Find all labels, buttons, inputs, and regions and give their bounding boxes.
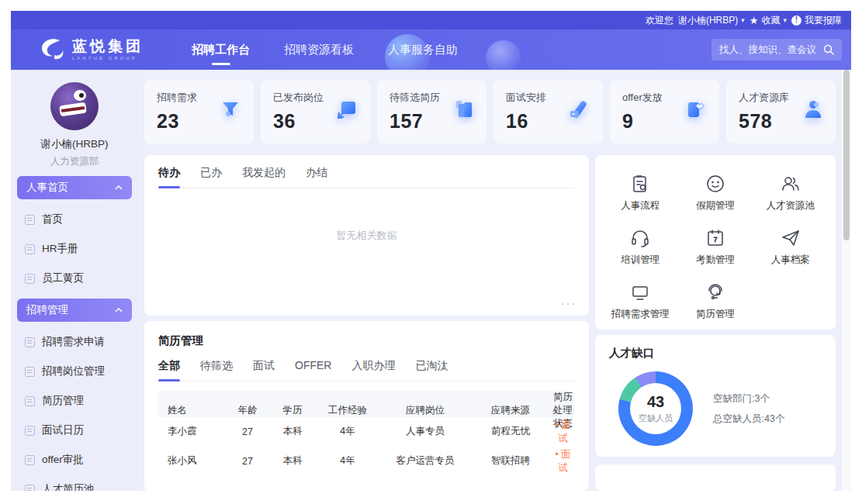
quicklink-hr-archives[interactable]: 人事档案 xyxy=(753,228,828,279)
table-row[interactable]: 李小霞 27 本科 4年 人事专员 前程无忧 面试 xyxy=(158,417,575,447)
stat-value: 23 xyxy=(157,110,197,133)
stat-card-resumes-to-screen[interactable]: 待筛选简历157 xyxy=(377,80,486,143)
favorites-label: 收藏 xyxy=(761,14,780,27)
quicklink-label: 假期管理 xyxy=(696,199,735,212)
quicklink-attendance[interactable]: 7 考勤管理 xyxy=(678,228,753,279)
stat-card-offers-sent[interactable]: offer发放9 xyxy=(610,80,719,143)
search-icon xyxy=(823,44,834,55)
status-badge: 面试 xyxy=(551,419,575,445)
quicklink-recruit-demand[interactable]: 招聘需求管理 xyxy=(603,282,678,333)
logo-swirl-icon xyxy=(39,38,65,61)
quicklink-label: 简历管理 xyxy=(696,308,735,321)
cell-position: 人事专员 xyxy=(380,425,470,438)
chevron-down-icon: ▾ xyxy=(741,16,745,24)
cell-source: 前程无忧 xyxy=(470,425,551,438)
search-placeholder: 找人、搜知识、查会议 xyxy=(719,43,816,57)
star-icon: ★ xyxy=(749,15,759,26)
yellow-pages-icon xyxy=(25,274,35,284)
sidebar-item-hr-handbook[interactable]: HR手册 xyxy=(16,234,133,264)
sidebar-item-label: 人才简历池 xyxy=(42,482,95,491)
sidebar-item-label: 员工黄页 xyxy=(42,271,84,285)
quicklink-resume-management[interactable]: 简历管理 xyxy=(678,282,753,333)
resume-tab-all[interactable]: 全部 xyxy=(158,359,180,381)
person-badge-icon xyxy=(800,97,825,122)
app-window: 欢迎您 谢小楠(HRBP) ▾ ★ 收藏 ▾ ! 我要报障 蓝悦集团 LANYU… xyxy=(11,11,851,491)
table-row[interactable]: 张小风 27 本科 4年 客户运营专员 智联招聘 面试 xyxy=(158,447,575,476)
brand-subtitle: LANYUE GROUP xyxy=(72,56,144,60)
donut-center-label: 空缺人员 xyxy=(639,413,673,424)
cell-name: 张小风 xyxy=(158,454,225,468)
offer-doc-icon xyxy=(25,455,35,465)
stat-card-published-jobs[interactable]: 已发布岗位36 xyxy=(261,80,370,143)
calendar-7-icon: 7 xyxy=(705,228,725,248)
sidebar-item-recruit-request[interactable]: 招聘需求申请 xyxy=(16,327,133,357)
chevron-down-icon: ▾ xyxy=(783,16,787,24)
scrollbar-thumb[interactable] xyxy=(843,70,850,240)
user-menu[interactable]: 谢小楠(HRBP) ▾ xyxy=(678,14,745,27)
sidebar-group-recruit[interactable]: 招聘管理 xyxy=(17,299,132,322)
sidebar-item-interview-calendar[interactable]: 面试日历 xyxy=(16,416,133,445)
cell-name: 李小霞 xyxy=(158,425,225,438)
nav-tab-hr-selfservice[interactable]: 人事服务自助 xyxy=(388,38,458,62)
calendar-icon xyxy=(25,426,35,436)
brand-logo[interactable]: 蓝悦集团 LANYUE GROUP xyxy=(11,38,144,61)
sidebar-item-home[interactable]: 首页 xyxy=(16,205,133,234)
quicklink-hr-flow[interactable]: 人事流程 xyxy=(603,174,678,225)
user-name: 谢小楠(HRBP) xyxy=(678,14,738,27)
stat-label: 面试安排 xyxy=(506,91,546,105)
schedule-flag-icon xyxy=(567,97,592,122)
resume-card-title: 简历管理 xyxy=(158,333,575,348)
stat-card-recruit-demand[interactable]: 招聘需求23 xyxy=(144,80,254,143)
todo-tab-done[interactable]: 已办 xyxy=(200,166,222,188)
stat-label: 人才资源库 xyxy=(739,91,789,105)
sidebar-group-hr-home[interactable]: 人事首页 xyxy=(17,176,132,199)
stat-value: 36 xyxy=(273,110,324,133)
sidebar-item-label: HR手册 xyxy=(42,242,78,256)
sidebar-item-offer-approval[interactable]: offer审批 xyxy=(16,445,133,475)
scrollbar-track[interactable] xyxy=(842,70,851,491)
todo-tab-pending[interactable]: 待办 xyxy=(158,166,180,188)
nav-tab-recruit-workbench[interactable]: 招聘工作台 xyxy=(192,38,250,62)
resume-tab-rejected[interactable]: 已淘汰 xyxy=(415,359,448,381)
sidebar-item-employee-directory[interactable]: 员工黄页 xyxy=(16,264,133,293)
talent-pool-icon xyxy=(25,485,35,492)
sidebar-item-talent-pool[interactable]: 人才简历池 xyxy=(16,475,133,491)
sidebar-item-job-management[interactable]: 招聘岗位管理 xyxy=(16,357,133,386)
table-header-row: 姓名 年龄 学历 工作经验 应聘岗位 应聘来源 简历处理状态 xyxy=(158,391,575,417)
resume-tab-to-screen[interactable]: 待筛选 xyxy=(200,359,233,381)
decor-sphere-2 xyxy=(486,40,521,70)
stat-label: 招聘需求 xyxy=(157,91,197,105)
resume-tab-offer[interactable]: OFFER xyxy=(295,359,331,381)
global-search-input[interactable]: 找人、搜知识、查会议 xyxy=(711,39,842,60)
people-icon xyxy=(781,174,801,194)
cell-age: 27 xyxy=(225,426,270,437)
stat-card-talent-repository[interactable]: 人才资源库578 xyxy=(726,80,836,143)
smiley-icon xyxy=(705,174,725,194)
gap-departments-line: 空缺部门:3个 xyxy=(713,388,784,409)
resume-tab-interview[interactable]: 面试 xyxy=(253,359,275,381)
quicklink-talent-pool[interactable]: 人才资源池 xyxy=(753,174,828,225)
col-age: 年龄 xyxy=(225,404,270,417)
todo-tab-closed[interactable]: 办结 xyxy=(306,166,327,188)
favorites-menu[interactable]: ★ 收藏 ▾ xyxy=(749,14,787,27)
quicklink-label: 人事流程 xyxy=(621,199,659,212)
cell-education: 本科 xyxy=(270,454,315,468)
sidebar-item-resume-management[interactable]: 简历管理 xyxy=(16,386,133,416)
resume-tab-onboarding[interactable]: 入职办理 xyxy=(351,359,395,381)
welcome-text: 欢迎您 xyxy=(646,14,673,27)
cell-age: 27 xyxy=(225,456,270,467)
avatar-mouth xyxy=(59,102,87,117)
report-issue-button[interactable]: ! 我要报障 xyxy=(791,14,842,27)
primary-nav: 招聘工作台 招聘资源看板 人事服务自助 xyxy=(192,38,458,62)
todo-tab-initiated[interactable]: 我发起的 xyxy=(242,166,286,188)
quicklink-leave-management[interactable]: 假期管理 xyxy=(678,174,753,225)
stat-value: 16 xyxy=(506,110,546,133)
stat-card-interview-schedule[interactable]: 面试安排16 xyxy=(493,80,603,143)
resume-icon xyxy=(25,396,35,406)
quicklink-training[interactable]: 培训管理 xyxy=(603,228,678,279)
gap-total-line: 总空缺人员:43个 xyxy=(713,409,784,429)
avatar[interactable] xyxy=(50,82,99,130)
nav-tab-recruit-dashboard[interactable]: 招聘资源看板 xyxy=(284,38,354,62)
more-ellipsis-button[interactable]: ··· xyxy=(561,297,576,309)
cell-position: 客户运营专员 xyxy=(380,454,470,468)
